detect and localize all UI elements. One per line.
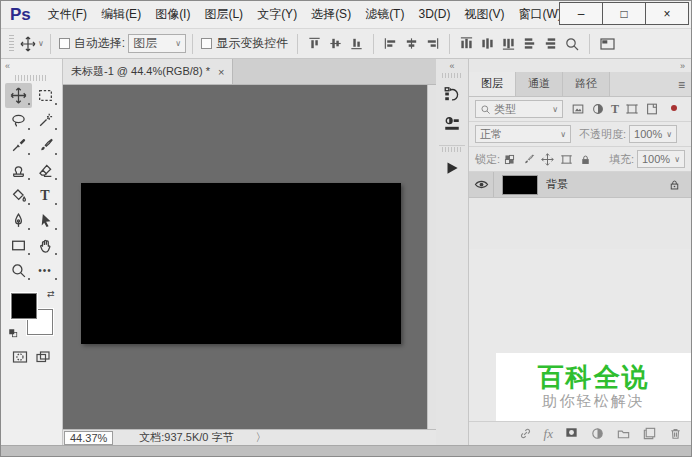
- tool-paint-bucket[interactable]: [5, 183, 32, 208]
- foreground-color-swatch[interactable]: [11, 293, 37, 319]
- default-colors-icon[interactable]: [8, 328, 18, 338]
- layer-visibility-toggle[interactable]: [469, 172, 494, 197]
- tool-eyedropper[interactable]: [5, 133, 32, 158]
- align-vertical-centers-icon[interactable]: [328, 36, 343, 51]
- tool-type[interactable]: T: [32, 183, 59, 208]
- distribute-vertical-centers-icon[interactable]: [480, 36, 495, 51]
- lock-artboard-icon[interactable]: [560, 153, 573, 166]
- tool-preset-chevron-icon[interactable]: ∨: [38, 39, 44, 48]
- tool-rectangle[interactable]: [5, 233, 32, 258]
- filter-pixel-layers-icon[interactable]: [571, 102, 585, 116]
- tab-close-icon[interactable]: ×: [218, 66, 224, 78]
- tool-hand[interactable]: [32, 233, 59, 258]
- tool-zoom[interactable]: [5, 258, 32, 283]
- layer-lock-icon[interactable]: [668, 178, 681, 191]
- swap-colors-icon[interactable]: ⇄: [47, 289, 55, 299]
- canvas[interactable]: [81, 183, 401, 344]
- blend-mode-dropdown[interactable]: 正常 ∨: [475, 125, 571, 143]
- strip-grip[interactable]: [442, 73, 462, 78]
- tab-layers[interactable]: 图层: [469, 72, 516, 96]
- new-group-icon[interactable]: [616, 426, 631, 441]
- menu-edit[interactable]: 编辑(E): [94, 1, 148, 28]
- tool-move[interactable]: [5, 83, 32, 108]
- align-right-edges-icon[interactable]: [425, 36, 440, 51]
- menu-3d[interactable]: 3D(D): [411, 1, 457, 28]
- panel-menu-icon[interactable]: ≡: [678, 74, 685, 96]
- menu-layer[interactable]: 图层(L): [197, 1, 250, 28]
- filter-toggle-icon[interactable]: [668, 102, 680, 116]
- ps-logo: Ps: [10, 5, 31, 25]
- menu-type[interactable]: 文字(Y): [250, 1, 304, 28]
- menu-image[interactable]: 图像(I): [148, 1, 197, 28]
- new-adjustment-layer-icon[interactable]: [590, 426, 605, 441]
- menu-select[interactable]: 选择(S): [304, 1, 358, 28]
- tools-grip[interactable]: [15, 75, 48, 81]
- tool-magic-wand[interactable]: [32, 108, 59, 133]
- distribute-right-edges-icon[interactable]: [543, 36, 558, 51]
- adjustments-panel-icon[interactable]: [436, 109, 468, 139]
- tool-marquee[interactable]: [32, 83, 59, 108]
- expand-panels-icon[interactable]: «: [449, 61, 454, 71]
- add-layer-mask-icon[interactable]: [564, 425, 579, 443]
- search-zoom-icon[interactable]: [564, 36, 580, 52]
- collapse-tools-icon[interactable]: «: [5, 61, 10, 71]
- menu-filter[interactable]: 滤镜(T): [358, 1, 411, 28]
- document-tab[interactable]: 未标题-1 @ 44.4%(RGB/8) * ×: [63, 59, 233, 84]
- tool-pen[interactable]: [5, 208, 32, 233]
- distribute-top-edges-icon[interactable]: [459, 36, 474, 51]
- distribute-bottom-edges-icon[interactable]: [501, 36, 516, 51]
- lock-transparency-icon[interactable]: [503, 153, 516, 166]
- lock-all-icon[interactable]: [579, 153, 592, 166]
- move-tool-icon[interactable]: [20, 36, 36, 52]
- layer-row-background[interactable]: 背景: [469, 172, 691, 198]
- menu-file[interactable]: 文件(F): [41, 1, 94, 28]
- show-transform-checkbox[interactable]: [201, 38, 212, 49]
- lock-position-icon[interactable]: [541, 153, 554, 166]
- distribute-left-edges-icon[interactable]: [522, 36, 537, 51]
- opacity-field[interactable]: 100% ∨: [629, 125, 677, 143]
- tool-eraser[interactable]: [32, 158, 59, 183]
- divider: [192, 34, 193, 54]
- filter-type-layers-icon[interactable]: T: [611, 102, 619, 117]
- maximize-button[interactable]: □: [602, 2, 646, 25]
- close-button[interactable]: ×: [645, 2, 689, 25]
- align-horizontal-centers-icon[interactable]: [404, 36, 419, 51]
- auto-select-dropdown[interactable]: 图层 ∨: [128, 34, 186, 53]
- vertical-scrollbar[interactable]: [427, 85, 436, 429]
- tool-lasso[interactable]: [5, 108, 32, 133]
- link-layers-icon[interactable]: [518, 426, 533, 441]
- tab-paths[interactable]: 路径: [563, 72, 610, 96]
- filter-smart-objects-icon[interactable]: [645, 102, 659, 116]
- zoom-level-field[interactable]: 44.37%: [64, 431, 113, 445]
- status-expander-icon[interactable]: 〉: [255, 430, 266, 445]
- workspace-icon[interactable]: [599, 36, 616, 52]
- align-top-edges-icon[interactable]: [307, 36, 322, 51]
- actions-panel-icon[interactable]: [436, 153, 468, 183]
- align-bottom-edges-icon[interactable]: [349, 36, 364, 51]
- fill-field[interactable]: 100% ∨: [637, 150, 685, 168]
- minimize-button[interactable]: –: [559, 2, 603, 25]
- tool-path-select[interactable]: [32, 208, 59, 233]
- history-panel-icon[interactable]: [436, 79, 468, 109]
- new-layer-icon[interactable]: [642, 426, 657, 441]
- layer-style-icon[interactable]: fx: [544, 426, 553, 442]
- tool-brush[interactable]: [32, 133, 59, 158]
- collapse-panels-icon[interactable]: »: [680, 61, 685, 71]
- filter-adjustment-layers-icon[interactable]: [591, 102, 605, 116]
- layer-thumbnail[interactable]: [502, 175, 538, 195]
- options-grip[interactable]: [9, 35, 14, 53]
- align-left-edges-icon[interactable]: [383, 36, 398, 51]
- auto-select-checkbox[interactable]: [59, 38, 70, 49]
- quick-mask-icon[interactable]: [11, 349, 29, 365]
- tab-channels[interactable]: 通道: [516, 72, 563, 96]
- delete-layer-icon[interactable]: [668, 426, 683, 441]
- filter-type-dropdown[interactable]: 类型 ∨: [475, 100, 563, 118]
- screen-mode-icon[interactable]: [34, 349, 52, 365]
- canvas-viewport[interactable]: [63, 85, 427, 429]
- tool-clone-stamp[interactable]: [5, 158, 32, 183]
- strip-grip[interactable]: [442, 147, 462, 152]
- tool-edit-toolbar[interactable]: •••: [32, 258, 59, 283]
- lock-pixels-icon[interactable]: [522, 153, 535, 166]
- filter-shape-layers-icon[interactable]: [625, 102, 639, 116]
- menu-view[interactable]: 视图(V): [457, 1, 511, 28]
